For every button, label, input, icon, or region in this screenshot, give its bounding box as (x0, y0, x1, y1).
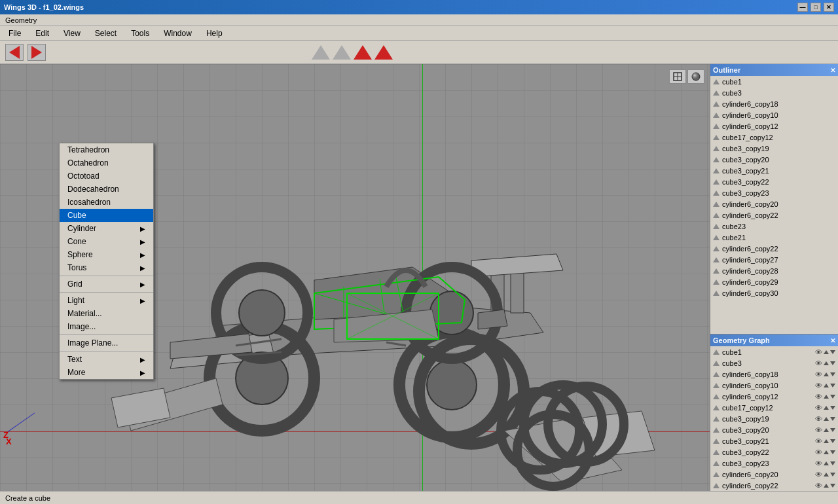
ctx-cylinder[interactable]: Cylinder ▶ (60, 222, 153, 235)
ctx-more[interactable]: More ▶ (60, 366, 153, 379)
geo-eye-icon[interactable]: 👁 (815, 482, 822, 490)
geo-down-arrow[interactable] (830, 473, 835, 477)
outliner-item[interactable]: cube3_copy22 (710, 176, 838, 187)
menu-edit[interactable]: Edit (29, 27, 55, 40)
tri-nav-4[interactable] (374, 45, 393, 60)
geo-eye-icon[interactable]: 👁 (815, 437, 822, 445)
geo-eye-icon[interactable]: 👁 (815, 459, 822, 467)
geo-up-arrow[interactable] (824, 428, 829, 432)
menu-window[interactable]: Window (158, 27, 198, 40)
geograph-item[interactable]: cube3_copy21 👁 (710, 435, 838, 446)
next-button[interactable] (27, 44, 46, 61)
geo-down-arrow[interactable] (830, 484, 835, 488)
geograph-item[interactable]: cube3_copy19 👁 (710, 413, 838, 424)
geo-down-arrow[interactable] (830, 450, 835, 454)
ctx-octotoad[interactable]: Octotoad (60, 170, 153, 183)
geo-up-arrow[interactable] (824, 406, 829, 410)
geo-eye-icon[interactable]: 👁 (815, 393, 822, 401)
ctx-material[interactable]: Material... (60, 307, 153, 320)
outliner-item[interactable]: cylinder6_copy22 (710, 209, 838, 221)
ctx-dodecahedron[interactable]: Dodecahedron (60, 183, 153, 196)
geo-down-arrow[interactable] (830, 406, 835, 410)
outliner-item[interactable]: cylinder6_copy22 (710, 243, 838, 254)
tri-nav-2[interactable] (333, 45, 351, 60)
outliner-item[interactable]: cube17_copy12 (710, 132, 838, 143)
menu-view[interactable]: View (58, 27, 86, 40)
ctx-cone[interactable]: Cone ▶ (60, 235, 153, 248)
geo-up-arrow[interactable] (824, 384, 829, 387)
geo-eye-icon[interactable]: 👁 (815, 426, 822, 434)
ctx-icosahedron[interactable]: Icosahedron (60, 196, 153, 209)
geograph-item[interactable]: cube3 👁 (710, 357, 838, 369)
outliner-item[interactable]: cube23 (710, 221, 838, 232)
ctx-light[interactable]: Light ▶ (60, 294, 153, 307)
geo-up-arrow[interactable] (824, 439, 829, 443)
geo-eye-icon[interactable]: 👁 (815, 448, 822, 456)
ctx-cube[interactable]: Cube (60, 209, 153, 222)
geo-up-arrow[interactable] (824, 484, 829, 488)
viewport[interactable]: Z X (0, 64, 710, 491)
view-wireframe-button[interactable] (669, 69, 686, 84)
outliner-item[interactable]: cube3_copy19 (710, 143, 838, 154)
geograph-item[interactable]: cube1 👁 (710, 346, 838, 357)
geograph-close-button[interactable]: ✕ (830, 337, 835, 344)
geo-eye-icon[interactable]: 👁 (815, 415, 822, 423)
view-shaded-button[interactable] (687, 69, 704, 84)
geo-up-arrow[interactable] (824, 461, 829, 465)
tri-nav-3[interactable] (354, 45, 372, 60)
geo-up-arrow[interactable] (824, 395, 829, 399)
geo-up-arrow[interactable] (824, 450, 829, 454)
geograph-item[interactable]: cylinder6_copy10 👁 (710, 380, 838, 391)
ctx-image[interactable]: Image... (60, 320, 153, 333)
outliner-item[interactable]: cylinder6_copy28 (710, 265, 838, 276)
geo-down-arrow[interactable] (830, 384, 835, 387)
geograph-item[interactable]: cylinder6_copy12 👁 (710, 391, 838, 402)
geo-down-arrow[interactable] (830, 417, 835, 421)
menu-select[interactable]: Select (89, 27, 122, 40)
geograph-item[interactable]: cylinder6_copy22 👁 (710, 480, 838, 491)
tri-nav-1[interactable] (312, 45, 330, 60)
ctx-image-plane[interactable]: Image Plane... (60, 336, 153, 350)
geo-down-arrow[interactable] (830, 350, 835, 354)
outliner-item[interactable]: cylinder6_copy12 (710, 120, 838, 132)
minimize-button[interactable]: — (797, 3, 808, 12)
geo-eye-icon[interactable]: 👁 (815, 471, 822, 478)
geograph-item[interactable]: cube17_copy12 👁 (710, 402, 838, 413)
geograph-item[interactable]: cube3_copy23 👁 (710, 458, 838, 469)
geo-down-arrow[interactable] (830, 461, 835, 465)
outliner-close-button[interactable]: ✕ (830, 67, 835, 74)
outliner-item[interactable]: cylinder6_copy18 (710, 98, 838, 109)
maximize-button[interactable]: □ (811, 3, 821, 12)
geo-down-arrow[interactable] (830, 439, 835, 443)
geo-eye-icon[interactable]: 👁 (815, 404, 822, 412)
geo-down-arrow[interactable] (830, 428, 835, 432)
geo-up-arrow[interactable] (824, 473, 829, 477)
geo-eye-icon[interactable]: 👁 (815, 348, 822, 356)
ctx-torus[interactable]: Torus ▶ (60, 261, 153, 274)
geo-down-arrow[interactable] (830, 361, 835, 365)
outliner-item[interactable]: cube3_copy23 (710, 187, 838, 198)
geo-eye-icon[interactable]: 👁 (815, 359, 822, 367)
outliner-item[interactable]: cube3_copy20 (710, 154, 838, 165)
geo-eye-icon[interactable]: 👁 (815, 382, 822, 389)
outliner-item[interactable]: cylinder6_copy29 (710, 276, 838, 287)
geo-up-arrow[interactable] (824, 350, 829, 354)
outliner-item[interactable]: cylinder6_copy30 (710, 287, 838, 298)
geo-up-arrow[interactable] (824, 372, 829, 376)
geo-down-arrow[interactable] (830, 372, 835, 376)
menu-file[interactable]: File (3, 27, 27, 40)
geograph-item[interactable]: cylinder6_copy20 👁 (710, 469, 838, 480)
outliner-item[interactable]: cylinder6_copy20 (710, 198, 838, 209)
geograph-item[interactable]: cube3_copy22 👁 (710, 446, 838, 458)
prev-button[interactable] (5, 44, 24, 61)
geograph-item[interactable]: cylinder6_copy18 👁 (710, 369, 838, 380)
ctx-tetrahedron[interactable]: Tetrahedron (60, 143, 153, 156)
outliner-item[interactable]: cube3 (710, 87, 838, 98)
outliner-item[interactable]: cube3_copy21 (710, 165, 838, 176)
geo-eye-icon[interactable]: 👁 (815, 370, 822, 378)
outliner-item[interactable]: cylinder6_copy27 (710, 254, 838, 265)
geo-up-arrow[interactable] (824, 417, 829, 421)
menu-help[interactable]: Help (200, 27, 228, 40)
ctx-text[interactable]: Text ▶ (60, 353, 153, 366)
outliner-item[interactable]: cube21 (710, 232, 838, 243)
